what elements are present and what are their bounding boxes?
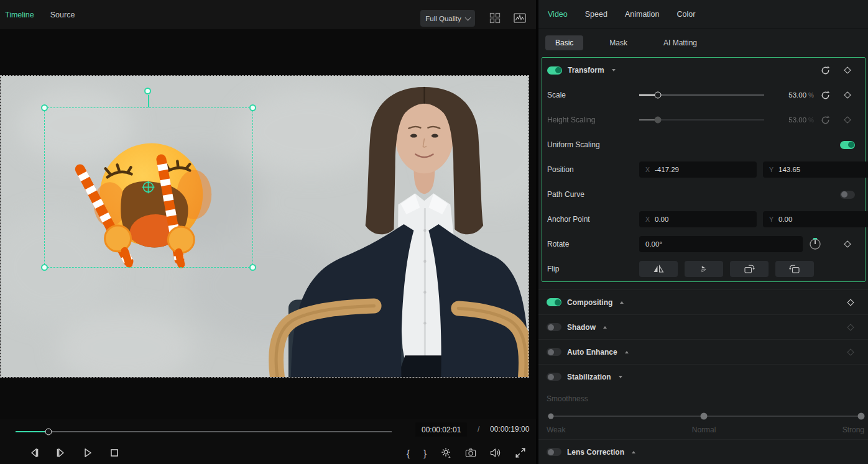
height-scaling-value: 53.00 bbox=[788, 116, 806, 124]
seek-thumb[interactable] bbox=[45, 429, 52, 435]
transform-toggle[interactable] bbox=[547, 66, 562, 75]
previous-frame-button[interactable] bbox=[29, 447, 40, 458]
play-button[interactable] bbox=[82, 447, 93, 458]
smoothness-slider bbox=[548, 416, 863, 417]
rotate-field[interactable] bbox=[639, 236, 803, 252]
scale-slider-thumb[interactable] bbox=[655, 92, 662, 99]
compositing-toggle[interactable] bbox=[547, 298, 561, 306]
current-timecode[interactable]: 00:00:02:01 bbox=[415, 422, 467, 437]
rotate-clockwise-button[interactable] bbox=[730, 261, 769, 277]
snapshot-camera-icon[interactable] bbox=[465, 447, 476, 458]
subtab-mask[interactable]: Mask bbox=[599, 35, 637, 50]
flip-horizontal-button[interactable] bbox=[639, 261, 678, 277]
seek-bar[interactable] bbox=[16, 431, 392, 432]
collapse-caret-icon[interactable] bbox=[612, 69, 616, 71]
axis-x-label: X bbox=[645, 166, 650, 173]
next-frame-button[interactable] bbox=[55, 447, 67, 458]
position-y-input[interactable] bbox=[778, 166, 868, 173]
resize-handle-top-left[interactable] bbox=[41, 104, 48, 111]
rotate-input[interactable] bbox=[645, 240, 796, 248]
subtab-basic[interactable]: Basic bbox=[545, 35, 583, 50]
resize-handle-top-right[interactable] bbox=[249, 104, 256, 111]
anchor-y-field[interactable]: Y bbox=[763, 211, 868, 227]
stabilization-section: Stabilization bbox=[538, 364, 868, 389]
resize-handle-bottom-left[interactable] bbox=[41, 264, 48, 271]
position-label: Position bbox=[547, 165, 639, 174]
expand-caret-icon[interactable] bbox=[620, 301, 624, 304]
tab-color[interactable]: Color bbox=[677, 10, 696, 19]
tab-speed[interactable]: Speed bbox=[585, 10, 607, 19]
rotate-counterclockwise-button[interactable] bbox=[775, 261, 814, 277]
layout-grid-icon[interactable] bbox=[489, 12, 501, 24]
smoothness-normal-label: Normal bbox=[692, 425, 716, 434]
scale-unit: % bbox=[808, 92, 814, 99]
transform-header-row: Transform bbox=[542, 58, 865, 83]
video-frame[interactable] bbox=[0, 75, 529, 378]
expand-caret-icon[interactable] bbox=[632, 451, 635, 453]
position-x-input[interactable] bbox=[655, 166, 750, 173]
tab-animation[interactable]: Animation bbox=[625, 10, 660, 19]
compositing-label: Compositing bbox=[567, 298, 612, 307]
keyframe-icon[interactable] bbox=[844, 66, 851, 73]
mark-in-button[interactable]: { bbox=[407, 448, 410, 458]
fullscreen-expand-icon[interactable] bbox=[515, 447, 526, 458]
seek-row: 00:00:02:01 / 00:00:19:00 bbox=[0, 419, 536, 442]
lens-correction-toggle[interactable] bbox=[547, 448, 561, 456]
source-tabs: Timeline Source bbox=[0, 11, 75, 19]
expand-caret-icon[interactable] bbox=[603, 326, 607, 329]
flip-vertical-button[interactable] bbox=[685, 261, 723, 277]
scale-value[interactable]: 53.00 bbox=[788, 91, 806, 99]
volume-speaker-icon[interactable] bbox=[490, 447, 501, 458]
scale-label: Scale bbox=[547, 91, 639, 99]
path-curve-toggle[interactable] bbox=[840, 191, 855, 199]
lens-correction-section: Lens Correction bbox=[538, 439, 868, 464]
path-curve-label: Path Curve bbox=[547, 190, 639, 199]
rotate-label: Rotate bbox=[547, 240, 639, 248]
keyframe-icon bbox=[844, 116, 851, 123]
selection-box[interactable] bbox=[44, 107, 253, 268]
playback-settings-gear-icon[interactable] bbox=[440, 447, 451, 458]
reset-icon bbox=[820, 115, 831, 125]
reset-icon[interactable] bbox=[820, 90, 831, 101]
rotate-handle-stem bbox=[148, 95, 149, 107]
tab-timeline[interactable]: Timeline bbox=[5, 11, 34, 19]
position-x-field[interactable]: X bbox=[639, 161, 757, 178]
stop-button[interactable] bbox=[109, 447, 120, 458]
smoothness-block: Smoothness Weak Normal Strong bbox=[538, 389, 868, 439]
shadow-toggle[interactable] bbox=[547, 323, 561, 331]
stabilization-toggle[interactable] bbox=[547, 373, 561, 381]
collapse-caret-icon[interactable] bbox=[619, 376, 622, 378]
anchor-y-input[interactable] bbox=[778, 216, 868, 223]
panel-tabs: Video Speed Animation Color bbox=[538, 0, 868, 29]
keyframe-icon[interactable] bbox=[847, 299, 854, 306]
path-curve-row: Path Curve bbox=[542, 182, 865, 207]
expand-caret-icon[interactable] bbox=[625, 351, 629, 353]
quality-dropdown[interactable]: Full Quality bbox=[420, 10, 475, 27]
position-y-field[interactable]: Y bbox=[763, 161, 868, 178]
preview-topbar: Timeline Source Full Quality bbox=[0, 0, 536, 29]
keyframe-icon bbox=[847, 348, 854, 355]
reset-icon[interactable] bbox=[820, 65, 831, 76]
auto-enhance-toggle[interactable] bbox=[547, 348, 561, 356]
tab-video[interactable]: Video bbox=[548, 10, 568, 19]
transform-group: Transform Scale 53.00% bbox=[542, 57, 866, 282]
keyframe-icon[interactable] bbox=[844, 240, 851, 247]
rotation-dial-icon[interactable] bbox=[809, 238, 821, 250]
rotate-handle[interactable] bbox=[144, 88, 151, 94]
height-scaling-label: Height Scaling bbox=[547, 116, 639, 124]
anchor-x-input[interactable] bbox=[655, 216, 750, 223]
keyframe-icon[interactable] bbox=[844, 91, 851, 98]
resize-handle-bottom-right[interactable] bbox=[249, 264, 256, 271]
uniform-scaling-toggle[interactable] bbox=[840, 141, 855, 149]
mark-out-button[interactable]: } bbox=[423, 448, 427, 458]
video-scope-icon[interactable] bbox=[514, 12, 526, 24]
tab-source[interactable]: Source bbox=[50, 11, 75, 19]
rotate-row: Rotate bbox=[542, 232, 865, 257]
anchor-x-field[interactable]: X bbox=[639, 211, 757, 227]
scale-slider[interactable] bbox=[639, 94, 764, 96]
uniform-scaling-row: Uniform Scaling bbox=[542, 132, 865, 157]
subtab-ai-matting[interactable]: AI Matting bbox=[653, 35, 707, 50]
auto-enhance-section: Auto Enhance bbox=[538, 339, 868, 364]
smoothness-strong-label: Strong bbox=[843, 425, 864, 434]
anchor-point-label: Anchor Point bbox=[547, 215, 639, 224]
